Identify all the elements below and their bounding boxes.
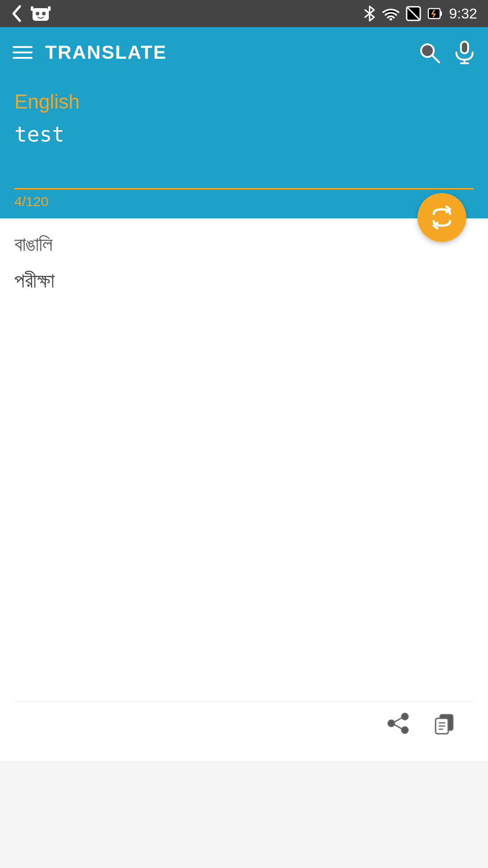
status-bar-left [11,4,51,24]
input-panel: English test 4/120 [0,78,488,218]
source-language-selector[interactable]: English [14,90,474,113]
svg-rect-4 [48,6,51,11]
source-text-input[interactable]: test [14,121,474,175]
app-icon [31,4,51,24]
menu-line-1 [13,46,33,48]
svg-point-17 [402,727,408,733]
menu-line-3 [13,57,33,59]
search-icon [418,41,441,64]
output-panel: বাঙালি পরীক্ষা [0,218,488,761]
swap-icon [429,205,455,230]
status-bar: 9:32 [0,0,488,27]
svg-point-15 [402,713,408,720]
status-time: 9:32 [449,5,477,22]
svg-rect-12 [461,42,468,53]
svg-point-1 [36,12,39,15]
svg-rect-3 [31,6,33,11]
menu-line-2 [13,52,33,53]
battery-icon [427,6,443,21]
svg-point-2 [42,12,46,15]
svg-line-11 [432,55,439,62]
translated-text: পরীক্ষা [14,266,474,295]
svg-rect-9 [440,11,442,16]
search-button[interactable] [418,41,441,64]
microphone-icon [454,41,475,64]
svg-line-18 [394,718,402,722]
status-bar-right: 9:32 [363,5,477,22]
svg-rect-0 [33,8,49,21]
svg-line-19 [394,725,402,729]
output-spacer [14,295,474,702]
copy-icon [433,712,455,735]
signal-icon [406,6,421,21]
share-button[interactable] [387,712,409,735]
wifi-icon [382,7,399,20]
nav-chevron-icon [11,5,23,23]
bottom-action-bar [14,702,474,745]
menu-button[interactable] [13,46,33,59]
svg-point-16 [388,720,394,726]
target-language-selector[interactable]: বাঙালি [14,233,474,256]
share-icon [387,712,409,735]
svg-point-5 [389,18,392,20]
bluetooth-icon [363,5,376,22]
copy-button[interactable] [433,712,455,735]
swap-languages-button[interactable] [418,193,466,242]
toolbar: TRANSLATE [0,27,488,78]
microphone-button[interactable] [454,41,475,64]
char-count: 4/120 [14,189,474,218]
app-title: TRANSLATE [45,42,405,63]
